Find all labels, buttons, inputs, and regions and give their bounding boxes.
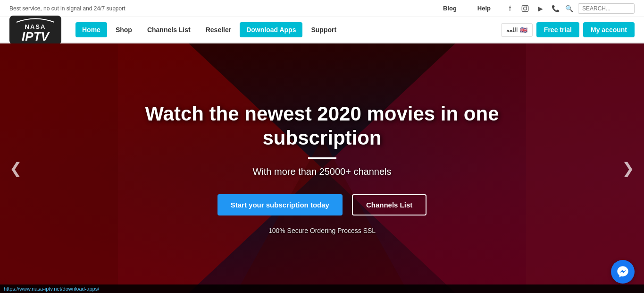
logo-iptv: IPTV xyxy=(22,30,49,43)
hero-buttons: Start your subscription today Channels L… xyxy=(138,194,506,215)
logo-area: NASA IPTV xyxy=(9,16,61,44)
logo: NASA IPTV xyxy=(9,16,61,44)
logo-arc-svg xyxy=(14,17,57,23)
free-trial-button[interactable]: Free trial xyxy=(536,22,579,37)
nav-support[interactable]: Support xyxy=(304,22,343,37)
status-bar: https://www.nasa-iptv.net/download-apps/ xyxy=(0,284,644,293)
flag-icon: 🇬🇧 xyxy=(520,26,527,34)
hero-content: Watch the newest 2020 movies in one subs… xyxy=(110,102,535,234)
help-link[interactable]: Help xyxy=(471,1,497,16)
svg-point-2 xyxy=(527,6,527,7)
hero-title: Watch the newest 2020 movies in one subs… xyxy=(138,102,506,150)
language-selector[interactable]: اللغة 🇬🇧 xyxy=(501,23,533,37)
ssl-text: 100% Secure Ordering Process SSL xyxy=(138,227,506,234)
nav-download-apps[interactable]: Download Apps xyxy=(240,22,302,37)
subscription-button[interactable]: Start your subscription today xyxy=(217,194,343,215)
tagline: Best service, no cut in signal and 24/7 … xyxy=(9,5,125,12)
nav-reseller[interactable]: Reseller xyxy=(199,22,238,37)
instagram-icon[interactable] xyxy=(520,3,530,14)
nav-links: Home Shop Channels List Reseller Downloa… xyxy=(75,22,501,37)
phone-icon[interactable]: 📞 xyxy=(550,3,560,14)
messenger-icon xyxy=(616,265,629,278)
status-url: https://www.nasa-iptv.net/download-apps/ xyxy=(4,286,99,292)
hero-section: ❮ Watch the newest 2020 movies in one su… xyxy=(0,43,644,293)
nav-channels-list[interactable]: Channels List xyxy=(141,22,197,37)
search-icon[interactable]: 🔍 xyxy=(565,5,573,12)
nav-home[interactable]: Home xyxy=(75,22,107,37)
prev-slide-button[interactable]: ❮ xyxy=(5,155,27,182)
svg-point-1 xyxy=(524,7,527,10)
top-bar: Best service, no cut in signal and 24/7 … xyxy=(0,0,644,17)
facebook-icon[interactable]: f xyxy=(505,3,515,14)
youtube-icon[interactable]: ▶ xyxy=(535,3,545,14)
lang-label: اللغة xyxy=(506,26,518,34)
my-account-button[interactable]: My account xyxy=(583,22,635,37)
hero-subtitle: With more than 25000+ channels xyxy=(138,166,506,177)
nav-shop[interactable]: Shop xyxy=(109,22,139,37)
search-input[interactable] xyxy=(578,3,635,14)
top-nav-links: Blog Help f ▶ 📞 🔍 xyxy=(436,1,635,16)
channels-list-button[interactable]: Channels List xyxy=(352,194,427,215)
navbar: NASA IPTV Home Shop Channels List Resell… xyxy=(0,17,644,43)
svg-rect-0 xyxy=(522,5,528,11)
messenger-chat-button[interactable] xyxy=(611,260,635,284)
next-slide-button[interactable]: ❯ xyxy=(617,155,639,182)
hero-divider xyxy=(308,157,336,159)
social-links: f ▶ 📞 🔍 xyxy=(505,3,635,14)
blog-link[interactable]: Blog xyxy=(436,1,463,16)
nav-right: اللغة 🇬🇧 Free trial My account xyxy=(501,22,635,37)
